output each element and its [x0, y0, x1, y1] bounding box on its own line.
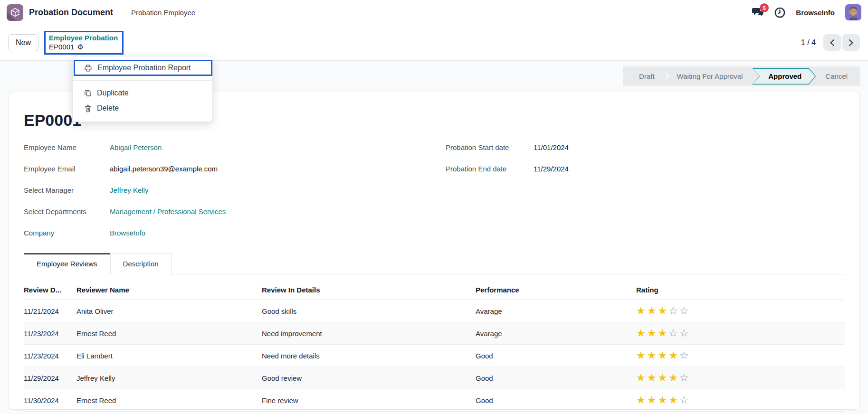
- cell-review-details[interactable]: Fine review: [262, 389, 476, 412]
- stars-filled: ★★★★: [636, 349, 679, 361]
- field-label: Select Manager: [24, 185, 110, 196]
- statusbar-active-label: Approved: [752, 72, 816, 80]
- field-label: Probation End date: [446, 163, 534, 175]
- field-company: Company BrowseInfo: [24, 227, 435, 239]
- tab-description[interactable]: Description: [110, 253, 172, 274]
- table-row: 11/21/2024 Anita Oliver Good skills Avar…: [24, 300, 845, 322]
- tab-employee-reviews[interactable]: Employee Reviews: [24, 253, 110, 274]
- cell-review-date[interactable]: 11/23/2024: [24, 322, 76, 345]
- pager: 1 / 4: [801, 34, 860, 51]
- statusbar: Draft Waiting For Approval Approved Canc…: [623, 66, 860, 86]
- statusbar-state-waiting[interactable]: Waiting For Approval: [669, 72, 751, 80]
- user-avatar[interactable]: [845, 4, 861, 20]
- departments-link[interactable]: Management / Professional Services: [110, 206, 226, 217]
- breadcrumb-parent-link[interactable]: Employee Probation: [49, 33, 118, 43]
- statusbar-state-approved-active[interactable]: Approved: [752, 68, 816, 85]
- stars-empty: ☆: [679, 394, 690, 406]
- menu-item-duplicate[interactable]: Duplicate: [73, 85, 212, 101]
- employee-name-link[interactable]: Abigail Peterson: [110, 142, 162, 153]
- cell-review-details[interactable]: Good review: [262, 367, 476, 389]
- cell-reviewer-name[interactable]: Eli Lambert: [76, 345, 262, 367]
- column-header-rating[interactable]: Rating: [636, 286, 845, 300]
- table-row: 11/30/2024 Ernest Reed Fine review Good …: [24, 389, 845, 412]
- cell-review-details[interactable]: Need improvement: [262, 322, 476, 345]
- stars-filled: ★★★: [636, 305, 668, 317]
- app-icon-shade: [7, 4, 23, 21]
- cell-review-date[interactable]: 11/30/2024: [24, 389, 76, 412]
- control-panel: New Employee Probation EP0001 ⚙︎ 1 / 4: [0, 25, 868, 61]
- copy-icon: [84, 89, 92, 97]
- menu-item-label: Employee Probation Report: [97, 64, 191, 72]
- field-select-departments: Select Departments Management / Professi…: [24, 206, 435, 217]
- cell-review-date[interactable]: 11/23/2024: [24, 345, 76, 367]
- table-row: 11/23/2024 Eli Lambert Need more details…: [24, 345, 845, 367]
- menu-item-employee-probation-report[interactable]: Employee Probation Report: [74, 60, 212, 76]
- chevron-right-icon: [849, 39, 854, 47]
- form-fields: Employee Name Abigail Peterson Employee …: [24, 142, 845, 249]
- activities-button[interactable]: [774, 7, 785, 18]
- pager-previous-button[interactable]: [823, 34, 841, 51]
- manager-link[interactable]: Jeffrey Kelly: [110, 185, 148, 196]
- cell-performance[interactable]: Good: [476, 345, 636, 367]
- messages-button[interactable]: 5: [752, 7, 764, 18]
- cell-review-details[interactable]: Need more details: [262, 345, 476, 367]
- rating-stars[interactable]: ★★★☆☆: [636, 300, 845, 322]
- cell-performance[interactable]: Good: [476, 367, 636, 389]
- menu-item-delete[interactable]: Delete: [73, 101, 212, 116]
- probation-end-date-value[interactable]: 11/29/2024: [534, 163, 569, 175]
- fields-left-column: Employee Name Abigail Peterson Employee …: [24, 142, 435, 249]
- fields-right-column: Probation Start date 11/01/2024 Probatio…: [435, 142, 845, 249]
- employee-email-value[interactable]: abigail.peterson39@example.com: [110, 163, 218, 175]
- nav-menu-probation-employee[interactable]: Probation Employee: [126, 6, 200, 19]
- column-header-performance[interactable]: Performance: [476, 286, 636, 300]
- field-employee-email: Employee Email abigail.peterson39@exampl…: [24, 163, 435, 175]
- pager-next-button[interactable]: [842, 34, 860, 51]
- cell-review-details[interactable]: Good skills: [262, 300, 476, 322]
- user-company-menu[interactable]: BrowseInfo: [796, 9, 835, 17]
- trash-icon: [84, 104, 92, 113]
- stars-empty: ☆☆: [668, 305, 690, 317]
- column-header-reviewer-name[interactable]: Reviewer Name: [76, 286, 262, 300]
- rating-stars[interactable]: ★★★☆☆: [636, 322, 845, 345]
- app-icon[interactable]: [7, 4, 23, 21]
- notebook-tabs: Employee Reviews Description: [24, 253, 845, 274]
- menu-item-label: Delete: [97, 104, 119, 113]
- table-row: 11/29/2024 Jeffrey Kelly Good review Goo…: [24, 367, 845, 389]
- column-header-review-date[interactable]: Review D...: [24, 286, 76, 300]
- statusbar-state-cancel[interactable]: Cancel: [818, 72, 855, 80]
- new-button[interactable]: New: [8, 34, 38, 51]
- stars-filled: ★★★★: [636, 372, 679, 384]
- printer-icon: [84, 64, 92, 72]
- messages-count-badge: 5: [760, 3, 769, 12]
- top-navbar: Probation Document Probation Employee 5 …: [0, 0, 868, 25]
- field-select-manager: Select Manager Jeffrey Kelly: [24, 185, 435, 196]
- rating-stars[interactable]: ★★★★☆: [636, 345, 845, 367]
- statusbar-state-draft[interactable]: Draft: [631, 72, 662, 80]
- pager-count[interactable]: 1 / 4: [801, 38, 816, 47]
- rating-stars[interactable]: ★★★★☆: [636, 367, 845, 389]
- avatar-image: [845, 4, 861, 20]
- stars-filled: ★★★: [636, 327, 668, 339]
- cell-performance[interactable]: Avarage: [476, 322, 636, 345]
- gear-icon[interactable]: ⚙︎: [77, 43, 83, 50]
- cell-performance[interactable]: Good: [476, 389, 636, 412]
- stars-filled: ★★★★: [636, 394, 679, 406]
- app-title[interactable]: Probation Document: [29, 8, 113, 18]
- field-probation-start-date: Probation Start date 11/01/2024: [446, 142, 845, 153]
- rating-stars[interactable]: ★★★★☆: [636, 389, 845, 412]
- probation-start-date-value[interactable]: 11/01/2024: [534, 142, 569, 153]
- cell-reviewer-name[interactable]: Jeffrey Kelly: [76, 367, 262, 389]
- cell-reviewer-name[interactable]: Anita Oliver: [76, 300, 262, 322]
- cell-performance[interactable]: Avarage: [476, 300, 636, 322]
- clock-icon: [774, 7, 785, 18]
- cell-review-date[interactable]: 11/21/2024: [24, 300, 76, 322]
- cell-review-date[interactable]: 11/29/2024: [24, 367, 76, 389]
- cell-reviewer-name[interactable]: Ernest Reed: [76, 322, 262, 345]
- field-label: Select Departments: [24, 206, 110, 217]
- field-probation-end-date: Probation End date 11/29/2024: [446, 163, 845, 175]
- column-header-review-in-details[interactable]: Review In Details: [262, 286, 476, 300]
- stars-empty: ☆: [679, 372, 690, 384]
- cell-reviewer-name[interactable]: Ernest Reed: [76, 389, 262, 412]
- company-link[interactable]: BrowseInfo: [110, 227, 145, 239]
- reviews-table: Review D... Reviewer Name Review In Deta…: [24, 286, 845, 412]
